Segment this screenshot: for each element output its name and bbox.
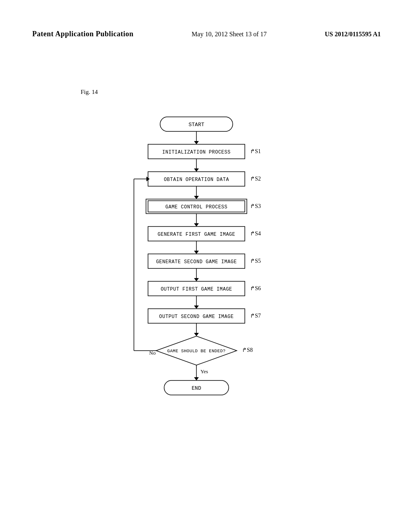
s2-label: OBTAIN OPERATION DATA bbox=[164, 177, 229, 183]
svg-marker-31 bbox=[194, 377, 199, 380]
s7-step-icon: ↱ bbox=[250, 313, 255, 319]
s7-label: OUTPUT SECOND GAME IMAGE bbox=[159, 314, 234, 320]
s2-step-label: S2 bbox=[255, 176, 261, 182]
s3-step-label: S3 bbox=[255, 203, 261, 209]
s4-label: GENERATE FIRST GAME IMAGE bbox=[158, 232, 236, 237]
svg-marker-18 bbox=[194, 278, 199, 281]
s6-step-icon: ↱ bbox=[250, 285, 255, 291]
s3-step-icon: ↱ bbox=[250, 203, 255, 209]
publication-title: Patent Application Publication bbox=[32, 30, 133, 38]
yes-label: Yes bbox=[200, 368, 208, 374]
svg-marker-5 bbox=[194, 168, 199, 172]
s8-step-label: S8 bbox=[247, 347, 253, 353]
s7-step-label: S7 bbox=[255, 313, 261, 319]
s6-step-label: S6 bbox=[255, 285, 261, 291]
s5-label: GENERATE SECOND GAME IMAGE bbox=[156, 259, 237, 265]
s6-label: OUTPUT FIRST GAME IMAGE bbox=[161, 287, 232, 292]
s1-label: INITIALIZATION PROCESS bbox=[162, 150, 230, 155]
s3-label: GAME CONTROL PROCESS bbox=[165, 204, 227, 210]
figure-label: Fig. 14 bbox=[81, 89, 98, 96]
svg-marker-24 bbox=[194, 333, 199, 336]
start-label: START bbox=[188, 122, 204, 128]
svg-marker-12 bbox=[194, 223, 199, 227]
flowchart-container: START INITIALIZATION PROCESS ↱ S1 OBTAIN… bbox=[0, 113, 413, 476]
svg-marker-21 bbox=[194, 305, 199, 309]
svg-marker-2 bbox=[194, 141, 199, 144]
publication-number: US 2012/0115595 A1 bbox=[325, 31, 381, 38]
publication-meta: May 10, 2012 Sheet 13 of 17 bbox=[192, 31, 267, 38]
end-label: END bbox=[192, 385, 201, 391]
s8-step-icon: ↱ bbox=[242, 347, 247, 353]
s5-step-label: S5 bbox=[255, 258, 261, 264]
svg-marker-8 bbox=[194, 196, 199, 199]
s5-step-icon: ↱ bbox=[250, 258, 255, 264]
svg-marker-15 bbox=[194, 251, 199, 254]
patent-page: Patent Application Publication May 10, 2… bbox=[0, 0, 413, 532]
flowchart-svg: START INITIALIZATION PROCESS ↱ S1 OBTAIN… bbox=[102, 113, 311, 476]
s1-step-label: S1 bbox=[255, 148, 261, 154]
page-header: Patent Application Publication May 10, 2… bbox=[0, 30, 413, 38]
s8-label: GAME SHOULD BE ENDED? bbox=[167, 349, 226, 353]
s4-step-label: S4 bbox=[255, 231, 261, 237]
s1-step-icon: ↱ bbox=[250, 148, 255, 154]
s2-step-icon: ↱ bbox=[250, 176, 255, 182]
s4-step-icon: ↱ bbox=[250, 231, 255, 237]
